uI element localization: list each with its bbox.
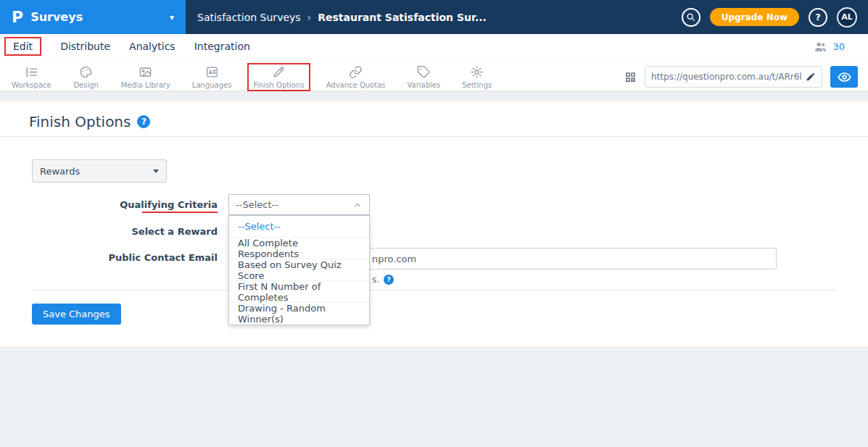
top-bar: P Surveys ▾ Satisfaction Surveys › Resta… bbox=[0, 0, 868, 34]
chevron-up-icon bbox=[352, 200, 363, 210]
email-helper-row: s. ? bbox=[372, 275, 394, 285]
toolbar-item-variables[interactable]: Variables bbox=[401, 63, 446, 91]
page-title: Finish Options bbox=[29, 113, 131, 130]
finish-options-icon bbox=[272, 65, 286, 79]
menu-option-drawing-random-winners[interactable]: Drawing - Random Winner(s) bbox=[229, 303, 369, 325]
help-question-icon[interactable]: ? bbox=[137, 115, 150, 128]
tab-analytics[interactable]: Analytics bbox=[129, 37, 175, 56]
help-icon[interactable]: ? bbox=[809, 8, 827, 27]
app-window: P Surveys ▾ Satisfaction Surveys › Resta… bbox=[0, 0, 868, 447]
tab-integration[interactable]: Integration bbox=[194, 37, 250, 56]
public-contact-email-label: Public Contact Email bbox=[93, 252, 218, 263]
edit-url-icon[interactable] bbox=[806, 72, 816, 82]
variables-icon bbox=[417, 65, 431, 79]
users-icon bbox=[814, 40, 827, 54]
select-reward-label: Select a Reward bbox=[93, 226, 218, 237]
workspace-icon bbox=[25, 65, 38, 79]
settings-icon bbox=[470, 65, 484, 79]
tab-edit[interactable]: Edit bbox=[4, 37, 41, 56]
upgrade-now-button[interactable]: Upgrade Now bbox=[710, 8, 799, 26]
finish-options-panel: Finish Options ? Rewards Qualifying Crit… bbox=[0, 101, 868, 346]
chevron-down-icon: ▾ bbox=[170, 12, 174, 22]
rewards-dropdown[interactable]: Rewards bbox=[32, 159, 167, 183]
questionpro-logo-icon: P bbox=[12, 9, 23, 25]
languages-icon bbox=[205, 65, 219, 79]
toolbar-item-settings[interactable]: Settings bbox=[456, 63, 497, 91]
save-changes-button[interactable]: Save Changes bbox=[32, 304, 121, 325]
breadcrumb-parent[interactable]: Satisfaction Surveys bbox=[197, 12, 301, 23]
avatar[interactable]: AL bbox=[837, 7, 857, 28]
survey-url-field[interactable]: https://questionpro.com.au/t/ARr6k bbox=[645, 66, 822, 88]
toolbar-item-advance-quotas[interactable]: Advance Quotas bbox=[321, 63, 392, 91]
menu-option-all-complete-respondents[interactable]: All Complete Respondents bbox=[229, 238, 369, 259]
media-library-icon bbox=[139, 65, 152, 79]
qualifying-criteria-select[interactable]: --Select-- bbox=[228, 194, 370, 215]
advance-quotas-icon bbox=[349, 65, 363, 79]
product-name: Surveys bbox=[30, 10, 83, 24]
eye-icon bbox=[838, 70, 851, 84]
rewards-dropdown-value: Rewards bbox=[40, 166, 153, 177]
breadcrumb: Satisfaction Surveys › Restaurant Satisf… bbox=[197, 12, 487, 23]
breadcrumb-separator-icon: › bbox=[307, 12, 312, 23]
tab-distribute[interactable]: Distribute bbox=[60, 37, 110, 56]
edit-toolbar: Workspace Design Media Library Languages… bbox=[0, 59, 868, 91]
survey-url: https://questionpro.com.au/t/ARr6k bbox=[651, 72, 801, 82]
menu-option-select[interactable]: --Select-- bbox=[229, 216, 369, 238]
title-divider bbox=[0, 136, 868, 137]
helper-question-icon[interactable]: ? bbox=[384, 275, 394, 285]
chevron-down-icon bbox=[153, 170, 159, 173]
email-helper-text: s. bbox=[372, 275, 379, 285]
qualifying-criteria-label: Qualifying Criteria bbox=[93, 199, 218, 210]
menu-option-based-on-survey-quiz-score[interactable]: Based on Survey Quiz Score bbox=[229, 259, 369, 281]
section-divider bbox=[32, 290, 836, 291]
toolbar-right-cluster: https://questionpro.com.au/t/ARr6k bbox=[624, 66, 858, 88]
toolbar-item-workspace[interactable]: Workspace bbox=[6, 63, 57, 91]
respondents-count: 30 bbox=[832, 41, 845, 52]
qualifying-criteria-menu: --Select-- All Complete Respondents Base… bbox=[228, 215, 370, 325]
tabs-bar: Edit Distribute Analytics Integration 30 bbox=[0, 34, 868, 59]
page-title-row: Finish Options ? bbox=[29, 113, 150, 130]
qualifying-criteria-value: --Select-- bbox=[236, 199, 352, 210]
toolbar-item-media-library[interactable]: Media Library bbox=[115, 63, 176, 91]
preview-survey-button[interactable] bbox=[830, 66, 858, 88]
breadcrumb-current: Restaurant Satisfaction Sur... bbox=[318, 12, 487, 23]
product-switcher[interactable]: P Surveys ▾ bbox=[0, 0, 186, 34]
main-content: Finish Options ? Rewards Qualifying Crit… bbox=[0, 92, 868, 447]
annotation-underline bbox=[142, 212, 218, 213]
search-icon[interactable] bbox=[682, 8, 700, 27]
respondents-counter[interactable]: 30 bbox=[814, 40, 845, 54]
qr-code-icon[interactable] bbox=[624, 71, 637, 83]
toolbar-item-design[interactable]: Design bbox=[67, 63, 105, 91]
design-icon bbox=[79, 65, 93, 79]
topbar-actions: Upgrade Now ? AL bbox=[682, 7, 868, 28]
menu-option-first-n-number-of-completes[interactable]: First N Number of Completes bbox=[229, 281, 369, 303]
toolbar-item-finish-options[interactable]: Finish Options bbox=[247, 63, 310, 91]
toolbar-item-languages[interactable]: Languages bbox=[186, 63, 238, 91]
